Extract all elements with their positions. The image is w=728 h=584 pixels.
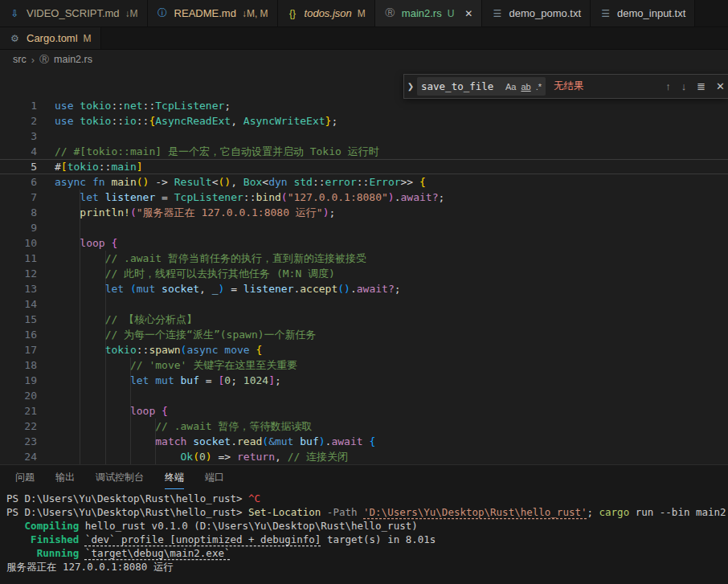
tab-label: main2.rs (402, 7, 442, 19)
code-line[interactable]: 5#[tokio::main] (0, 159, 728, 174)
code-text: use tokio::io::{AsyncReadExt, AsyncWrite… (37, 113, 337, 129)
tab-label: Cargo.toml (27, 32, 78, 44)
code-text: Ok(0) => return, // 连接关闭 (37, 449, 348, 464)
breadcrumb-file[interactable]: main2.rs (54, 54, 92, 65)
editor-tab-demo-pomo[interactable]: ☰demo_pomo.txt (482, 0, 591, 27)
terminal-output[interactable]: PS D:\Users\Yu\Desktop\Rust\hello_rust> … (0, 489, 728, 574)
code-line[interactable]: 16 // 为每一个连接“派生”(spawn)一个新任务 (0, 327, 728, 342)
terminal-line: PS D:\Users\Yu\Desktop\Rust\hello_rust> … (6, 505, 728, 519)
gear-icon: ⚙ (9, 33, 21, 44)
code-line[interactable]: 13 let (mut socket, _) = listener.accept… (0, 281, 728, 296)
code-line[interactable]: 12 // 此时，线程可以去执行其他任务 (M:N 调度) (0, 266, 728, 281)
code-text: // #[tokio::main] 是一个宏，它自动设置并启动 Tokio 运行… (37, 144, 379, 159)
previous-match-icon[interactable]: ↑ (665, 80, 671, 92)
line-number: 16 (0, 327, 37, 342)
panel-tab-调试控制台[interactable]: 调试控制台 (96, 465, 144, 489)
tab-bar-row-2: ⚙Cargo.tomlM (0, 27, 728, 50)
line-number: 12 (0, 266, 37, 281)
code-text: // 此时，线程可以去执行其他任务 (M:N 调度) (37, 266, 335, 281)
code-line[interactable]: 19 let mut buf = [0; 1024]; (0, 373, 728, 388)
code-line[interactable]: 15 // 【核心分析点】 (0, 312, 728, 327)
editor-tab-video-script[interactable]: ⇩VIDEO_SCRIPT.md↓M (0, 0, 148, 27)
code-text: use tokio::net::TcpListener; (37, 98, 231, 113)
breadcrumb-folder[interactable]: src (13, 54, 27, 65)
code-line[interactable]: 6async fn main() -> Result<(), Box<dyn s… (0, 174, 728, 190)
editor-tab-demo-input[interactable]: ☰demo_input.txt (591, 0, 695, 27)
code-text: let (mut socket, _) = listener.accept().… (37, 281, 401, 296)
line-number: 20 (0, 388, 37, 403)
match-case-icon[interactable]: Aa (505, 82, 516, 92)
line-number: 7 (0, 190, 37, 205)
rust-icon: Ⓡ (39, 53, 49, 67)
tab-label: demo_input.txt (617, 7, 685, 19)
panel-tab-端口[interactable]: 端口 (205, 465, 224, 489)
line-number: 18 (0, 357, 37, 373)
line-number: 1 (0, 98, 37, 113)
find-query-text[interactable]: save_to_file (421, 80, 501, 92)
code-line[interactable]: 9 (0, 220, 728, 235)
code-line[interactable]: 18 // 'move' 关键字在这里至关重要 (0, 357, 728, 373)
code-line[interactable]: 14 (0, 296, 728, 312)
code-text: match socket.read(&mut buf).await { (37, 434, 375, 449)
line-number: 6 (0, 174, 37, 190)
line-number: 22 (0, 419, 37, 434)
text-file-icon: ☰ (491, 8, 503, 19)
terminal-line: Running `target\debug\main2.exe` (6, 546, 728, 560)
toggle-replace-icon[interactable]: ❯ (404, 82, 417, 91)
breadcrumb: src › Ⓡ main2.rs (0, 50, 728, 69)
tab-bar-row-1: ⇩VIDEO_SCRIPT.md↓MⓘREADME.md↓M, M{}todos… (0, 0, 728, 27)
next-match-icon[interactable]: ↓ (681, 80, 687, 92)
find-widget: ❯ save_to_file Aa ab .* 无结果 ↑ ↓ ≣ ✕ (403, 74, 728, 99)
panel-tab-输出[interactable]: 输出 (55, 465, 75, 489)
code-line[interactable]: 10 loop { (0, 235, 728, 251)
code-line[interactable]: 2use tokio::io::{AsyncReadExt, AsyncWrit… (0, 113, 728, 129)
json-icon: {} (287, 8, 299, 19)
code-line[interactable]: 22 // .await 暂停，等待数据读取 (0, 419, 728, 434)
code-line[interactable]: 23 match socket.read(&mut buf).await { (0, 434, 728, 449)
close-find-icon[interactable]: ✕ (716, 80, 725, 92)
line-number: 24 (0, 449, 37, 464)
text-file-icon: ☰ (599, 8, 611, 19)
code-line[interactable]: 4// #[tokio::main] 是一个宏，它自动设置并启动 Tokio 运… (0, 144, 728, 159)
find-in-selection-icon[interactable]: ≣ (697, 80, 706, 92)
line-number: 13 (0, 281, 37, 296)
line-number: 23 (0, 434, 37, 449)
editor-tab-main2[interactable]: Ⓡmain2.rsU✕ (375, 0, 483, 27)
tab-label: demo_pomo.txt (509, 7, 581, 19)
terminal-line: 服务器正在 127.0.0.1:8080 运行 (6, 560, 728, 574)
tab-dirty-badge: U (448, 8, 455, 19)
find-input[interactable]: save_to_file Aa ab .* (417, 77, 546, 96)
line-number: 4 (0, 144, 37, 159)
editor-tab-todos[interactable]: {}todos.jsonM (278, 0, 375, 27)
find-result-count: 无结果 (554, 80, 584, 93)
code-line[interactable]: 3 (0, 129, 728, 144)
line-number: 21 (0, 403, 37, 419)
code-line[interactable]: 1use tokio::net::TcpListener; (0, 98, 728, 113)
regex-icon[interactable]: .* (536, 82, 542, 92)
line-number: 17 (0, 342, 37, 357)
editor-tab-cargo[interactable]: ⚙Cargo.tomlM (0, 27, 101, 49)
code-line[interactable]: 24 Ok(0) => return, // 连接关闭 (0, 449, 728, 464)
tab-label: todos.json (305, 7, 352, 19)
code-line[interactable]: 11 // .await 暂停当前任务的执行，直到新的连接被接受 (0, 251, 728, 266)
line-number: 9 (0, 220, 37, 235)
code-line[interactable]: 20 (0, 388, 728, 403)
code-line[interactable]: 17 tokio::spawn(async move { (0, 342, 728, 357)
code-line[interactable]: 8 println!("服务器正在 127.0.0.1:8080 运行"); (0, 205, 728, 220)
info-icon: ⓘ (157, 6, 169, 20)
code-text: // 为每一个连接“派生”(spawn)一个新任务 (37, 327, 317, 342)
whole-word-icon[interactable]: ab (521, 82, 530, 92)
markdown-icon: ⇩ (9, 8, 21, 19)
panel-tab-问题[interactable]: 问题 (15, 465, 35, 489)
editor-tab-readme[interactable]: ⓘREADME.md↓M, M (148, 0, 278, 27)
panel-tab-终端[interactable]: 终端 (165, 465, 184, 489)
code-editor: 1use tokio::net::TcpListener;2use tokio:… (0, 69, 728, 464)
code-text (37, 220, 55, 235)
code-text (37, 296, 55, 312)
code-line[interactable]: 21 loop { (0, 403, 728, 419)
find-actions: ↑ ↓ ≣ ✕ (665, 80, 728, 92)
terminal-line: Finished `dev` profile [unoptimized + de… (6, 533, 728, 546)
code-text (37, 388, 55, 403)
close-tab-icon[interactable]: ✕ (464, 8, 472, 19)
code-line[interactable]: 7 let listener = TcpListener::bind("127.… (0, 190, 728, 205)
